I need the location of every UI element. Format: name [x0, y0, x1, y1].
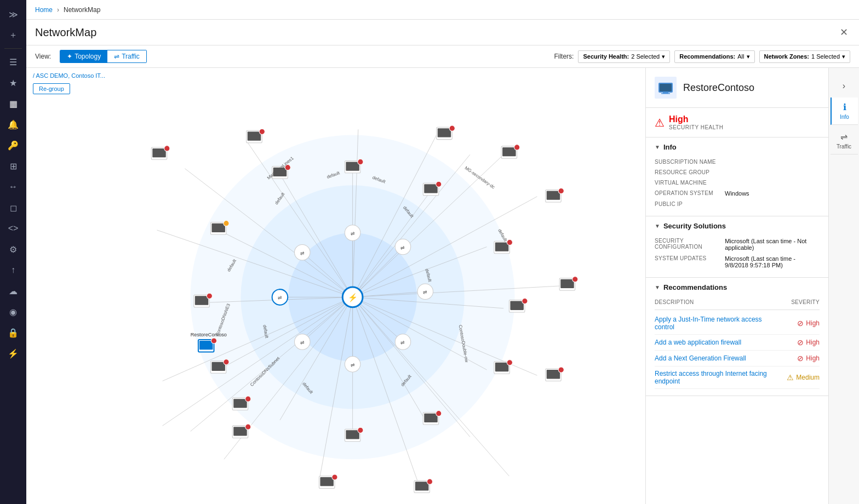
security-solutions-chevron: ▼: [655, 223, 660, 229]
severity-high-icon-2: ⊘: [797, 338, 804, 347]
svg-text:⚡: ⚡: [348, 293, 358, 302]
svg-text:⇌: ⇌: [423, 289, 427, 295]
svg-point-122: [259, 129, 265, 134]
page-header: NetworkMap ✕: [26, 20, 859, 45]
svg-rect-112: [320, 477, 333, 486]
sidebar-key-icon[interactable]: 🔑: [2, 135, 24, 155]
svg-point-67: [507, 239, 512, 245]
breadcrumb-bar: Home › NetworkMap: [26, 0, 859, 20]
svg-rect-118: [152, 148, 165, 157]
view-label: View:: [35, 53, 51, 60]
regroup-button[interactable]: Re-group: [33, 83, 70, 94]
svg-text:⇌: ⇌: [278, 295, 282, 300]
page-title: NetworkMap: [35, 26, 96, 39]
rec-severity-2: ⊘ High: [776, 338, 820, 347]
svg-point-113: [332, 474, 337, 480]
svg-rect-84: [195, 296, 208, 305]
info-section-header[interactable]: ▼ Info: [646, 138, 828, 157]
security-solutions-header[interactable]: ▼ Security Solutions: [646, 216, 828, 236]
resource-icon: [655, 77, 677, 99]
svg-point-85: [207, 293, 212, 299]
sidebar-expand-icon[interactable]: ≫: [2, 4, 24, 24]
recommendations-dropdown[interactable]: Recommendations: All ▾: [674, 50, 754, 63]
severity-label-2: High: [806, 339, 820, 346]
svg-rect-72: [495, 363, 508, 371]
topology-icon: ✦: [67, 53, 72, 60]
resource-name: RestoreContoso: [683, 82, 754, 94]
recommendations-chevron: ▼: [655, 284, 660, 290]
recommendation-row-3: Add a Next Generation Firewall ⊘ High: [655, 351, 820, 366]
sidebar-gear-icon[interactable]: ⚙: [2, 239, 24, 259]
svg-point-94: [211, 338, 216, 343]
svg-text:⇌: ⇌: [300, 250, 305, 256]
info-tab-label: Info: [840, 114, 849, 120]
breadcrumb-home[interactable]: Home: [35, 6, 53, 14]
sidebar-lock-icon[interactable]: 🔒: [2, 323, 24, 342]
recommendations-header[interactable]: ▼ Recommendations: [646, 278, 828, 297]
chevron-down-icon-2: ▾: [747, 53, 750, 60]
chevron-down-icon-3: ▾: [842, 53, 845, 60]
sidebar-network-icon[interactable]: ↔: [2, 177, 24, 197]
panel-collapse-button[interactable]: ›: [838, 77, 850, 95]
rec-link-4[interactable]: Restrict access through Internet facing …: [655, 370, 776, 385]
security-health-dropdown[interactable]: Security Health: 2 Selected ▾: [578, 50, 670, 63]
svg-rect-66: [495, 242, 508, 251]
filters-section: Filters: Security Health: 2 Selected ▾ R…: [554, 50, 850, 63]
info-chevron: ▼: [655, 144, 660, 150]
svg-point-128: [514, 145, 520, 150]
topology-button[interactable]: ✦ Topology: [60, 50, 107, 62]
svg-text:⇌: ⇌: [351, 362, 355, 368]
svg-point-119: [164, 146, 170, 151]
svg-point-61: [358, 159, 363, 164]
svg-point-64: [436, 181, 442, 187]
breadcrumb-separator: ›: [57, 6, 59, 14]
close-button[interactable]: ✕: [838, 24, 850, 41]
sidebar: ≫ ＋ ☰ ★ ▦ 🔔 🔑 ⊞ ↔ ◻ <> ⚙ ↑ ☁ ◉ 🔒 ⚡: [0, 0, 26, 504]
severity-medium-icon-4: ⚠: [787, 373, 794, 382]
info-row-resource-group: RESOURCE GROUP: [655, 167, 820, 177]
traffic-button[interactable]: ⇌ Traffic: [107, 50, 146, 62]
toolbar: View: ✦ Topology ⇌ Traffic Filters: Secu…: [26, 45, 859, 68]
tab-info[interactable]: ℹ Info: [831, 98, 858, 125]
network-zones-dropdown[interactable]: Network Zones: 1 Selected ▾: [759, 50, 851, 63]
sidebar-cloud-icon[interactable]: ☁: [2, 281, 24, 301]
svg-rect-69: [510, 301, 523, 310]
sidebar-resource-icon[interactable]: ◻: [2, 198, 24, 217]
view-toggle: ✦ Topology ⇌ Traffic: [60, 50, 147, 63]
breadcrumb-current: NetworkMap: [64, 6, 100, 14]
sidebar-grid-icon[interactable]: ⊞: [2, 156, 24, 176]
sidebar-add-icon[interactable]: ＋: [2, 25, 24, 45]
sidebar-circle-icon[interactable]: ◉: [2, 302, 24, 322]
side-tabs: › ℹ Info ⇌ Traffic: [828, 68, 859, 504]
svg-point-125: [449, 125, 455, 131]
info-section-content: SUBSCRIPTION NAME RESOURCE GROUP VIRTUAL…: [646, 157, 828, 216]
sidebar-dashboard-icon[interactable]: ▦: [2, 94, 24, 113]
sidebar-lightning-icon[interactable]: ⚡: [2, 343, 24, 363]
svg-rect-75: [424, 414, 437, 422]
recommendation-row-4: Restrict access through Internet facing …: [655, 366, 820, 389]
svg-rect-124: [438, 128, 451, 137]
info-tab-icon: ℹ: [843, 102, 846, 112]
rec-link-2[interactable]: Add a web application firewall: [655, 339, 776, 346]
svg-point-88: [224, 221, 229, 226]
map-area[interactable]: / ASC DEMO, Contoso IT... Re-group: [26, 68, 645, 504]
sidebar-alerts-icon[interactable]: 🔔: [2, 114, 24, 134]
security-solutions-content: SECURITY CONFIGURATION Microsoft (Last s…: [646, 236, 828, 277]
sidebar-code-icon[interactable]: <>: [2, 219, 24, 238]
svg-rect-78: [346, 430, 359, 439]
sidebar-menu-icon[interactable]: ☰: [2, 52, 24, 72]
svg-rect-121: [248, 131, 261, 140]
security-solutions-section: ▼ Security Solutions SECURITY CONFIGURAT…: [646, 216, 828, 278]
tab-traffic[interactable]: ⇌ Traffic: [831, 127, 858, 154]
rec-link-3[interactable]: Add a Next Generation Firewall: [655, 354, 776, 362]
info-row-subscription: SUBSCRIPTION NAME: [655, 157, 820, 167]
sidebar-upload-icon[interactable]: ↑: [2, 260, 24, 280]
svg-rect-60: [346, 162, 359, 170]
rec-link-1[interactable]: Apply a Just-In-Time network access cont…: [655, 316, 776, 331]
right-panel: RestoreContoso ⚠ High SECURITY HEALTH ▼ …: [645, 68, 859, 504]
network-map-svg[interactable]: ⚡ ⇌ ⇌ ⇌ ⇌ ⇌: [26, 68, 645, 504]
sidebar-divider-1: [4, 48, 22, 49]
recommendation-row-1: Apply a Just-In-Time network access cont…: [655, 312, 820, 335]
sidebar-favorites-icon[interactable]: ★: [2, 73, 24, 93]
severity-high-icon-3: ⊘: [797, 354, 804, 363]
